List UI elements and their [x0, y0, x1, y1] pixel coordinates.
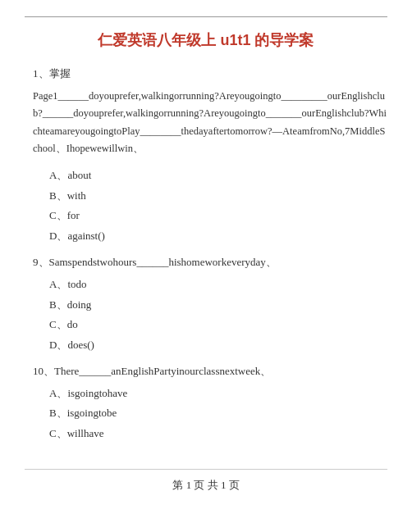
option-8a: A、about [49, 166, 387, 186]
option-10a: A、isgoingtohave [49, 384, 387, 404]
passage-text: Page1______doyouprefer,walkingorrunning?… [25, 88, 387, 157]
option-9d: D、does() [49, 335, 387, 356]
page-footer: 第 1 页 共 1 页 [25, 469, 387, 493]
question10-label: 10、There______anEnglishPartyinourclassne… [25, 362, 387, 380]
option-8c: C、for [49, 206, 387, 226]
question9-label: 9、Samspendstwohours______hishomeworkever… [25, 253, 387, 271]
page-title: 仁爱英语八年级上 u1t1 的导学案 [25, 30, 387, 50]
option-8b: B、with [49, 186, 387, 207]
top-divider [25, 16, 387, 17]
option-9a: A、todo [49, 275, 387, 295]
section1-label: 1、掌握 [25, 66, 387, 81]
option-8d: D、against() [49, 226, 387, 247]
option-9b: B、doing [49, 295, 387, 316]
option-10b: B、isgoingtobe [49, 403, 387, 424]
question8-options: A、about B、with C、for D、against() [25, 166, 387, 247]
option-9c: C、do [49, 315, 387, 335]
option-10c: C、willhave [49, 424, 387, 444]
question9-options: A、todo B、doing C、do D、does() [25, 275, 387, 356]
question10-options: A、isgoingtohave B、isgoingtobe C、willhave [25, 384, 387, 444]
